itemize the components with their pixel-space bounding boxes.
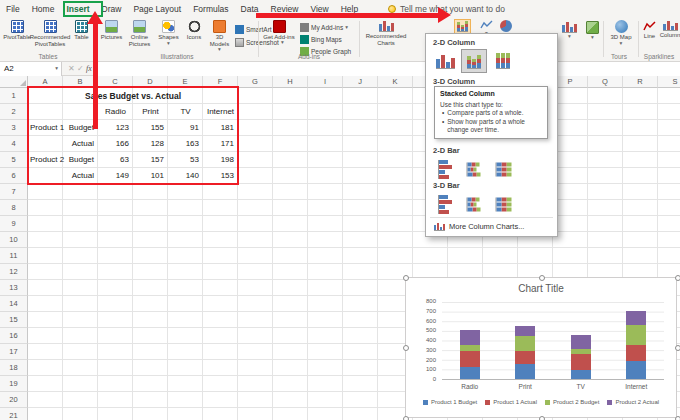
maps-button[interactable]: ▾	[584, 20, 601, 41]
clustered-bar-icon[interactable]	[432, 157, 458, 181]
row-header-15[interactable]: 15	[0, 312, 28, 328]
legend-item[interactable]: Product 2 Budget	[545, 399, 599, 405]
stacked-column-icon[interactable]	[461, 49, 487, 73]
3d-models-button[interactable]: 3D Models ▾	[206, 20, 233, 52]
column-header-S[interactable]: S	[658, 76, 680, 88]
column-header-J[interactable]: J	[343, 76, 378, 88]
clustered-column-icon[interactable]	[432, 49, 458, 73]
chart-title[interactable]: Chart Title	[406, 283, 676, 294]
recommended-charts-button[interactable]: Recommended Charts	[362, 20, 410, 46]
row-header-18[interactable]: 18	[0, 360, 28, 376]
pivottable-button[interactable]: PivotTable	[2, 20, 32, 41]
sparkline-line-button[interactable]: Line	[640, 20, 659, 40]
column-header-P[interactable]: P	[553, 76, 588, 88]
row-header-3[interactable]: 3	[0, 120, 28, 136]
bing-maps-button[interactable]: Bing Maps	[300, 35, 342, 44]
name-box[interactable]: A2 ▾	[0, 62, 62, 76]
clustered-bar-3d-icon[interactable]	[432, 192, 458, 216]
column-header-I[interactable]: I	[308, 76, 343, 88]
row-header-19[interactable]: 19	[0, 376, 28, 392]
chart-resize-handle[interactable]	[539, 275, 545, 281]
stacked-bar-icon[interactable]	[461, 157, 487, 181]
clustered-column-icon[interactable]	[663, 20, 678, 31]
chart-resize-handle[interactable]	[403, 275, 409, 281]
chart-resize-handle[interactable]	[675, 345, 680, 351]
row-header-20[interactable]: 20	[0, 392, 28, 408]
chevron-down-icon: ▾	[568, 34, 571, 39]
legend-item[interactable]: Product 2 Actual	[607, 399, 659, 405]
column-header-K[interactable]: K	[378, 76, 413, 88]
chart-resize-handle[interactable]	[539, 416, 545, 420]
row-header-7[interactable]: 7	[0, 184, 28, 200]
x-axis-label: TV	[553, 383, 609, 390]
tab-file[interactable]: File	[0, 0, 26, 18]
row-header-2[interactable]: 2	[0, 104, 28, 120]
row-header-21[interactable]: 21	[0, 408, 28, 420]
my-addins-button[interactable]: My Add-ins ▾	[300, 23, 348, 32]
arrow-right-annotation-head	[438, 7, 451, 23]
row-header-16[interactable]: 16	[0, 328, 28, 344]
bar-print[interactable]	[515, 326, 535, 379]
tab-formulas[interactable]: Formulas	[187, 0, 234, 18]
online-pictures-label: Online Pictures	[125, 34, 154, 47]
cancel-icon[interactable]: ✕	[68, 62, 75, 76]
addins-group-label: Add-ins	[259, 53, 359, 60]
tab-home[interactable]: Home	[26, 0, 61, 18]
row-header-12[interactable]: 12	[0, 264, 28, 280]
bar-radio[interactable]	[460, 330, 480, 379]
chart-resize-handle[interactable]	[403, 416, 409, 420]
online-pictures-button[interactable]: Online Pictures	[125, 20, 154, 47]
legend-item[interactable]: Product 1 Actual	[485, 399, 537, 405]
pivotchart-button[interactable]: ▾	[560, 20, 579, 40]
select-all-corner[interactable]	[0, 76, 28, 88]
column-header-Q[interactable]: Q	[588, 76, 623, 88]
more-column-charts-item[interactable]: More Column Charts...	[434, 222, 524, 231]
row-header-9[interactable]: 9	[0, 216, 28, 232]
tab-page-layout[interactable]: Page Layout	[127, 0, 187, 18]
chart-legend[interactable]: Product 1 BudgetProduct 1 ActualProduct …	[406, 399, 676, 405]
sparkline-column-button[interactable]: Column	[660, 20, 680, 39]
smartart-icon	[235, 25, 244, 34]
row-header-8[interactable]: 8	[0, 200, 28, 216]
stacked-100-column-icon[interactable]	[490, 49, 516, 73]
get-addins-button[interactable]: Get Add-ins	[262, 20, 296, 41]
3d-map-button[interactable]: 3D Map ▾	[606, 20, 636, 46]
chart-resize-handle[interactable]	[403, 345, 409, 351]
row-header-11[interactable]: 11	[0, 248, 28, 264]
row-header-5[interactable]: 5	[0, 152, 28, 168]
row-header-14[interactable]: 14	[0, 296, 28, 312]
row-header-10[interactable]: 10	[0, 232, 28, 248]
pictures-label: Pictures	[101, 34, 123, 41]
column-header-G[interactable]: G	[238, 76, 273, 88]
stacked-bar-3d-icon[interactable]	[461, 192, 487, 216]
chart-plot[interactable]	[442, 302, 664, 380]
column-header-H[interactable]: H	[273, 76, 308, 88]
stacked-100-bar-icon[interactable]	[490, 157, 516, 181]
recommended-pivottables-button[interactable]: Recommended PivotTables	[33, 20, 67, 47]
bar-tv[interactable]	[571, 335, 591, 379]
bar-internet[interactable]	[626, 311, 646, 380]
recommended-pivottables-label: Recommended PivotTables	[30, 34, 71, 47]
clustered-column-icon[interactable]	[434, 223, 445, 231]
legend-item[interactable]: Product 1 Budget	[423, 399, 477, 405]
row-header-6[interactable]: 6	[0, 168, 28, 184]
shapes-button[interactable]: Shapes ▾	[156, 20, 181, 46]
tours-group-label: Tours	[600, 53, 638, 60]
formula-input[interactable]	[96, 62, 680, 76]
chart-resize-handle[interactable]	[675, 416, 680, 420]
column-header-R[interactable]: R	[623, 76, 658, 88]
stacked-column-icon[interactable]	[457, 21, 468, 32]
chart-resize-handle[interactable]	[675, 275, 680, 281]
insert-function-icon[interactable]: fx	[86, 62, 92, 76]
row-header-13[interactable]: 13	[0, 280, 28, 296]
stacked-100-bar-3d-icon[interactable]	[490, 192, 516, 216]
clustered-column-icon[interactable]	[379, 20, 394, 32]
icons-button[interactable]: Icons	[183, 20, 205, 41]
row-header-1[interactable]: 1	[0, 88, 28, 104]
clustered-column-icon[interactable]	[562, 21, 577, 33]
row-header-4[interactable]: 4	[0, 136, 28, 152]
row-header-17[interactable]: 17	[0, 344, 28, 360]
chart[interactable]: Chart Title 0100200300400500600700800Rad…	[405, 277, 677, 418]
chevron-down-icon: ▾	[218, 47, 221, 52]
enter-icon[interactable]: ✓	[77, 62, 84, 76]
